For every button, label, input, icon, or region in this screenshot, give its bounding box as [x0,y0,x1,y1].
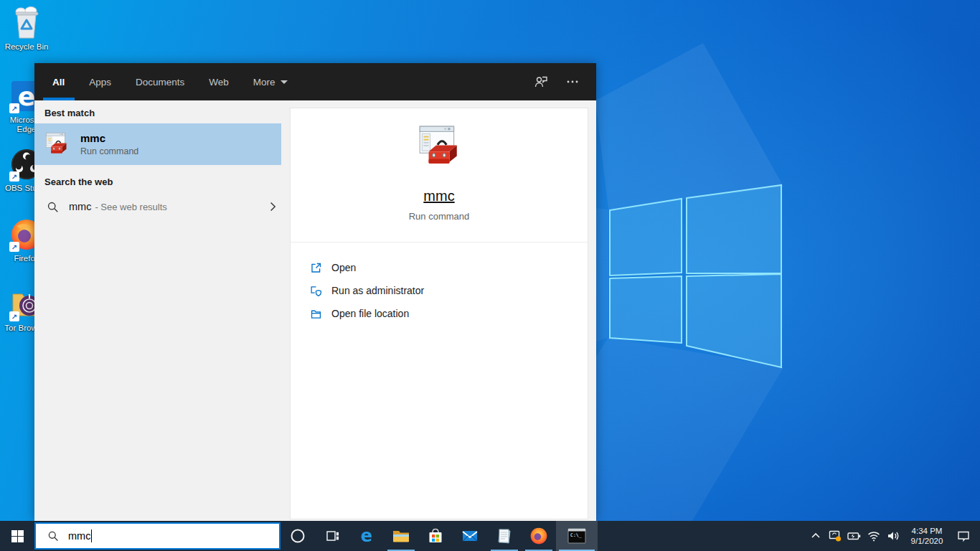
desktop-icon-label: Recycle Bin [5,42,49,52]
action-label: Open file location [331,308,409,319]
search-results-column: Best match m [34,100,290,521]
action-open-file-location[interactable]: Open file location [310,302,588,325]
desktop-icon-recycle-bin[interactable]: Recycle Bin [1,6,52,52]
user-feedback-icon[interactable] [529,70,553,94]
command-prompt-icon: C:\_ [567,527,587,545]
tab-apps[interactable]: Apps [77,63,123,100]
web-suffix-text: - See web results [95,202,166,212]
shortcut-arrow-icon: ↗ [9,171,19,182]
chevron-down-icon [281,80,288,84]
system-tray: 4:34 PM 9/1/2020 [806,521,980,551]
taskbar-app-firefox[interactable] [522,521,556,551]
microsoft-store-icon [426,527,445,545]
windows-start-icon [11,530,24,542]
display-refresh-icon [828,529,842,543]
clock-date: 9/1/2020 [906,536,948,546]
detail-title: mmc [423,188,454,204]
tray-network[interactable] [864,521,883,551]
svg-text:e: e [361,527,372,545]
detail-actions: Open Run as administrator [291,242,588,325]
mail-icon [461,527,479,545]
admin-shield-icon [310,285,322,297]
search-detail-column: mmc Run command Open [290,100,596,521]
taskbar-app-notepad[interactable] [487,521,522,551]
best-match-title: mmc [80,132,138,144]
tray-volume[interactable] [883,521,903,551]
action-open[interactable]: Open [310,256,588,279]
start-button[interactable] [0,521,34,551]
detail-subtitle: Run command [409,211,470,222]
tray-display-status[interactable] [825,521,844,551]
best-match-subtitle: Run command [80,146,138,156]
shortcut-arrow-icon: ↗ [9,242,19,252]
notepad-icon [495,527,514,545]
file-location-icon [310,308,322,320]
chevron-right-icon[interactable] [267,201,278,212]
file-explorer-icon [392,527,410,545]
chevron-up-icon [810,530,821,542]
task-view-icon [324,528,340,544]
search-icon [47,530,59,542]
svg-text:e: e [18,82,35,111]
taskbar-search-value: mmc [68,530,90,542]
firefox-icon [529,527,548,545]
tray-battery[interactable] [844,521,864,551]
action-label: Run as administrator [331,285,424,296]
taskbar-app-store[interactable] [418,521,453,551]
edge-icon: e [357,527,376,545]
shortcut-arrow-icon: ↗ [9,103,19,113]
cortana-icon [290,528,306,544]
action-label: Open [331,262,356,273]
tab-all[interactable]: All [40,63,77,100]
web-query-text: mmc [69,201,91,212]
ellipsis-menu-icon[interactable] [560,70,585,94]
taskbar-app-file-explorer[interactable] [384,521,418,551]
taskbar-app-mail[interactable] [453,521,487,551]
alert-dot [835,536,840,541]
search-filter-tabs: All Apps Documents Web More [40,63,300,100]
mmc-toolbox-icon-large [415,123,463,171]
open-icon [310,262,322,274]
taskbar: mmc e [0,521,980,551]
wifi-icon [867,529,881,543]
taskbar-app-edge[interactable]: e [349,521,384,551]
cortana-button[interactable] [281,521,315,551]
tab-more[interactable]: More [241,63,300,100]
search-web-section-label: Search the web [44,176,290,187]
search-icon [47,201,59,213]
tray-show-hidden-icons[interactable] [806,521,825,551]
search-panel-header: All Apps Documents Web More [34,63,596,100]
text-caret [91,529,92,542]
best-match-result-mmc[interactable]: mmc Run command [34,123,281,165]
taskbar-search-input[interactable]: mmc [34,522,281,550]
mmc-toolbox-icon [44,131,70,157]
battery-charging-icon [847,529,862,543]
clock-time: 4:34 PM [906,526,948,536]
taskbar-app-command-prompt[interactable]: C:\_ [556,521,598,551]
volume-icon [886,529,900,543]
recycle-bin-icon [9,6,44,40]
taskbar-clock[interactable]: 4:34 PM 9/1/2020 [906,526,948,546]
svg-text:C:\_: C:\_ [570,532,582,538]
action-center-icon [956,529,971,543]
task-view-button[interactable] [315,521,349,551]
tab-documents[interactable]: Documents [123,63,197,100]
action-center-button[interactable] [951,521,976,551]
tab-web[interactable]: Web [197,63,241,100]
best-match-detail-card: mmc Run command Open [290,108,588,519]
best-match-section-label: Best match [44,108,290,118]
shortcut-arrow-icon: ↗ [9,311,19,321]
action-run-as-administrator[interactable]: Run as administrator [310,279,588,302]
search-flyout-panel: All Apps Documents Web More [34,63,596,521]
web-search-result-mmc[interactable]: mmc - See web results [34,192,290,221]
